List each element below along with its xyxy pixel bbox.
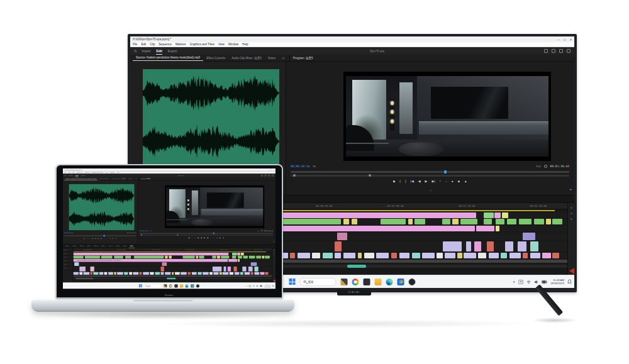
menu-item[interactable]: Window: [228, 43, 238, 46]
transport-button[interactable]: ▲: [464, 179, 467, 183]
video-clip[interactable]: [487, 241, 494, 251]
audio-clip[interactable]: [489, 253, 499, 258]
video-clip[interactable]: [199, 256, 204, 258]
sequence-tab[interactable]: 片段 03: [79, 245, 86, 248]
sequence-tab[interactable]: 序列 04: [86, 245, 92, 248]
audio-clip[interactable]: [290, 253, 295, 258]
volume-icon[interactable]: [534, 280, 538, 284]
video-clip[interactable]: [530, 241, 538, 251]
notification-bell-icon[interactable]: [272, 285, 274, 287]
taskbar-clock[interactable]: 11:08 AM 09/26/2023: [264, 284, 270, 287]
transport-button[interactable]: ▶: [204, 237, 205, 239]
transport-button[interactable]: |◀: [197, 237, 198, 239]
menu-item[interactable]: File: [64, 172, 67, 173]
video-clip[interactable]: [552, 219, 562, 224]
transport-button[interactable]: }: [405, 179, 406, 183]
audio-clip[interactable]: [108, 272, 113, 275]
tab-source-monitor[interactable]: Source: fixation-pendulum-theory-music(b…: [64, 177, 98, 180]
tab-notes[interactable]: Notes: [265, 55, 279, 61]
language-indicator[interactable]: 中: [248, 285, 251, 287]
video-clip[interactable]: [134, 256, 164, 258]
battery-icon[interactable]: [542, 280, 547, 284]
settings-wrench-icon[interactable]: [261, 230, 262, 231]
audio-clip[interactable]: [412, 253, 420, 258]
audio-clip[interactable]: [230, 272, 233, 275]
audio-clip[interactable]: [312, 253, 320, 258]
layout-icon[interactable]: [268, 175, 270, 177]
audio-clip[interactable]: [457, 253, 462, 258]
audio-clip[interactable]: [523, 253, 528, 258]
transport-button[interactable]: ◆: [84, 238, 84, 240]
video-clip[interactable]: [534, 219, 544, 224]
video-clip[interactable]: [165, 256, 167, 258]
audio-clip[interactable]: [265, 272, 268, 275]
video-clip[interactable]: [238, 259, 240, 262]
transport-button[interactable]: |◀: [92, 238, 93, 240]
audio-clip[interactable]: [478, 253, 486, 258]
home-icon[interactable]: ⌂: [134, 48, 136, 54]
playback-quality-select[interactable]: Full: [536, 165, 540, 168]
video-clip[interactable]: [232, 253, 237, 255]
audio-clip[interactable]: [155, 272, 160, 275]
tab-program-monitor[interactable]: Program: 场景5: [290, 55, 316, 61]
transport-button[interactable]: ▶|: [208, 237, 209, 239]
language-indicator[interactable]: 中: [518, 280, 524, 284]
zoom-handle-left[interactable]: [141, 234, 142, 236]
video-clip[interactable]: [460, 219, 477, 224]
audio-clip[interactable]: [93, 272, 98, 275]
sequence-tab[interactable]: 场景5: [129, 245, 135, 248]
start-button[interactable]: [139, 284, 142, 287]
video-clip[interactable]: [507, 219, 517, 224]
close-button[interactable]: ×: [570, 38, 572, 41]
tab-audio-clip-mixer[interactable]: Audio Clip Mixer: 场景5: [228, 55, 265, 61]
transport-button[interactable]: ●: [452, 179, 454, 183]
video-clip[interactable]: [443, 241, 462, 251]
settings-wrench-icon[interactable]: [544, 165, 547, 168]
folder-explorer-icon[interactable]: [375, 279, 382, 285]
pin-tool-app-icon[interactable]: [341, 279, 348, 285]
menu-item[interactable]: Help: [242, 43, 248, 46]
transport-button[interactable]: ▶: [98, 238, 99, 240]
video-clip[interactable]: [183, 256, 195, 258]
file-manager-app-icon[interactable]: [364, 279, 370, 285]
minimize-button[interactable]: –: [557, 38, 559, 41]
transport-button[interactable]: ◀: [418, 179, 421, 183]
sequence-tab[interactable]: 序列 08: [114, 245, 121, 248]
menu-item[interactable]: View: [105, 172, 108, 173]
video-clip[interactable]: [232, 256, 236, 258]
transport-button[interactable]: }: [89, 238, 90, 240]
program-scrubber[interactable]: [140, 233, 273, 233]
audio-clip[interactable]: [203, 272, 208, 275]
zoom-handle-right[interactable]: [177, 234, 178, 236]
sequence-tab[interactable]: 序列 09: [121, 245, 128, 248]
audio-clip[interactable]: [209, 272, 213, 275]
video-clip[interactable]: [212, 256, 216, 258]
video-clip[interactable]: [484, 212, 494, 218]
fullscreen-icon[interactable]: [567, 49, 571, 53]
video-clip[interactable]: [224, 267, 226, 272]
video-clip[interactable]: [546, 219, 551, 224]
maximize-button[interactable]: □: [270, 169, 271, 171]
notification-bell-icon[interactable]: [567, 279, 572, 284]
audio-clip[interactable]: [165, 272, 170, 275]
video-clip[interactable]: [452, 219, 459, 224]
media-app-icon[interactable]: [409, 279, 416, 285]
share-icon[interactable]: [265, 175, 267, 177]
overflow-chevron-icon[interactable]: ≫: [279, 55, 288, 61]
battery-icon[interactable]: [260, 285, 262, 287]
video-clip[interactable]: [221, 256, 229, 258]
transport-button[interactable]: ●: [216, 237, 217, 239]
edge-browser-icon[interactable]: [186, 284, 189, 287]
audio-clip[interactable]: [192, 272, 197, 275]
track-header[interactable]: A3: [63, 267, 73, 270]
workspace-tab[interactable]: Import: [142, 48, 150, 55]
video-clip[interactable]: [114, 256, 123, 258]
menu-item[interactable]: Edit: [68, 172, 70, 173]
video-clip[interactable]: [229, 259, 238, 262]
audio-clip[interactable]: [343, 253, 356, 258]
audio-clip[interactable]: [335, 253, 341, 258]
transport-button[interactable]: {: [192, 237, 192, 239]
audio-waveform-display[interactable]: [143, 69, 279, 165]
audio-clip[interactable]: [129, 272, 132, 275]
transport-button[interactable]: ◆: [392, 179, 395, 183]
